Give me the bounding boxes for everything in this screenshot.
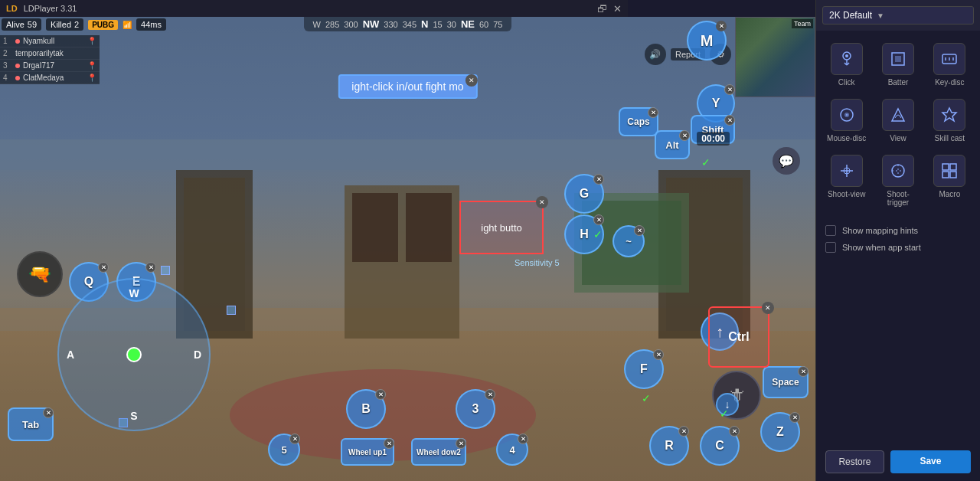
- skill-cast-tool-label: Skill cast: [935, 134, 965, 142]
- compass-300: 300: [344, 20, 358, 29]
- caps-close-icon[interactable]: ✕: [648, 107, 658, 118]
- tool-key-disc[interactable]: Key-disc: [926, 38, 974, 91]
- save-button[interactable]: Save: [890, 450, 971, 473]
- tool-skill-cast[interactable]: Skill cast: [926, 94, 974, 147]
- alt-close-icon[interactable]: ✕: [679, 130, 690, 141]
- wheel-up-close-icon[interactable]: ✕: [384, 438, 394, 449]
- player-item: 4 ClatMedaya 📍: [0, 72, 100, 84]
- alt-key-button[interactable]: Alt ✕: [655, 130, 690, 159]
- g-key-button[interactable]: G ✕: [564, 174, 604, 214]
- tool-view[interactable]: View: [874, 94, 922, 147]
- window-controls[interactable]: 🗗 ✕: [597, 3, 622, 15]
- minimap-canvas: [736, 18, 815, 97]
- c-close-icon[interactable]: ✕: [729, 426, 740, 437]
- minimap-label: Team: [792, 19, 813, 28]
- tab-key-button[interactable]: Tab ✕: [8, 407, 54, 441]
- tool-shoot-trigger[interactable]: Shoot-trigger: [874, 150, 922, 211]
- wheel-down-close-icon[interactable]: ✕: [456, 438, 466, 449]
- mouse-disc-tool-icon: [831, 99, 863, 131]
- hud-compass: W 285 300 NW 330 345 N 15 30 NE 60 75: [304, 17, 512, 31]
- c-key-button[interactable]: C ✕: [700, 426, 740, 466]
- q-close-icon[interactable]: ✕: [98, 262, 109, 273]
- f-close-icon[interactable]: ✕: [653, 349, 664, 360]
- restore-button[interactable]: Restore: [825, 450, 884, 473]
- tool-click[interactable]: Click: [822, 38, 871, 91]
- mouse-disc-tool-label: Mouse-disc: [827, 134, 866, 142]
- svg-rect-35: [950, 164, 956, 170]
- resize-handle-2[interactable]: [227, 306, 236, 315]
- click-tool-icon: [831, 43, 863, 75]
- compass-30: 30: [447, 20, 456, 29]
- wheel-down-button[interactable]: Wheel dow2 ✕: [411, 438, 466, 466]
- caps-key-button[interactable]: Caps ✕: [619, 107, 658, 136]
- show-when-app-start-row[interactable]: Show when app start: [825, 242, 971, 253]
- f-key-button[interactable]: F ✕: [624, 349, 664, 389]
- compass-w: W: [313, 20, 321, 29]
- hint-text: ight-click in/out fight mo: [351, 80, 463, 93]
- signal-strength: 📶: [122, 21, 132, 29]
- tool-shoot-view[interactable]: Shoot-view: [822, 150, 871, 211]
- compass-60: 60: [479, 20, 488, 29]
- tilde-key-button[interactable]: ~ ✕: [612, 225, 645, 257]
- ctrl-key-button[interactable]: Ctrl ✕: [708, 306, 769, 368]
- minimap[interactable]: Team: [735, 17, 815, 97]
- r-close-icon[interactable]: ✕: [678, 426, 689, 437]
- joystick-labels: W A S D: [59, 280, 209, 430]
- compass-285: 285: [325, 20, 339, 29]
- m-key-button[interactable]: M ✕: [687, 21, 727, 61]
- 5-close-icon[interactable]: ✕: [289, 434, 300, 444]
- show-when-app-start-checkbox[interactable]: [825, 242, 836, 253]
- 4-key-button[interactable]: 4 ✕: [496, 434, 528, 466]
- b-key-button[interactable]: B ✕: [346, 389, 386, 429]
- b-close-icon[interactable]: ✕: [375, 389, 386, 400]
- 3-key-button[interactable]: 3 ✕: [456, 389, 495, 429]
- show-mapping-hints-row[interactable]: Show mapping hints: [825, 225, 971, 236]
- space-close-icon[interactable]: ✕: [798, 366, 808, 377]
- key-disc-tool-icon: [933, 43, 965, 75]
- player-item: 1 Nyamkull 📍: [0, 35, 100, 47]
- show-mapping-hints-checkbox[interactable]: [825, 225, 836, 236]
- shoot-trigger-tool-icon: [882, 155, 914, 187]
- chat-icon[interactable]: 💬: [773, 147, 800, 175]
- h-close-icon[interactable]: ✕: [593, 214, 604, 225]
- 3-close-icon[interactable]: ✕: [485, 389, 495, 400]
- wheel-up-button[interactable]: Wheel up1 ✕: [341, 438, 394, 466]
- 4-close-icon[interactable]: ✕: [518, 434, 528, 444]
- e-close-icon[interactable]: ✕: [145, 262, 156, 273]
- svg-rect-8: [352, 193, 398, 262]
- svg-rect-36: [942, 172, 949, 178]
- ctrl-close-icon[interactable]: ✕: [762, 302, 774, 314]
- joystick[interactable]: W A S D: [57, 278, 211, 431]
- tilde-close-icon[interactable]: ✕: [634, 225, 645, 236]
- player-list: 1 Nyamkull 📍 2 temporarilytak 3 DrgaI717…: [0, 35, 100, 84]
- r-key-button[interactable]: R ✕: [649, 426, 689, 466]
- game-viewport[interactable]: Alive 59 Killed 2 PUBG 📶 44ms W 285 300 …: [0, 17, 815, 481]
- pubg-badge: PUBG: [88, 20, 118, 30]
- tool-mouse-disc[interactable]: Mouse-disc: [822, 94, 871, 147]
- right-btn-close-icon[interactable]: ✕: [536, 196, 548, 208]
- space-key-button[interactable]: Space ✕: [763, 366, 808, 398]
- volume-icon[interactable]: 🔊: [645, 44, 666, 65]
- alive-label: Alive: [6, 20, 24, 29]
- g-close-icon[interactable]: ✕: [593, 174, 604, 185]
- y-close-icon[interactable]: ✕: [724, 84, 735, 95]
- right-button-box[interactable]: ight butto ✕: [459, 201, 544, 254]
- right-panel: 2K Default ▼ Click Batter Key-disc: [815, 0, 980, 481]
- batter-tool-icon: [882, 43, 914, 75]
- green-check-3: ✓: [642, 392, 651, 404]
- dropdown-arrow-icon: ▼: [877, 11, 884, 20]
- tool-batter[interactable]: Batter: [874, 38, 922, 91]
- m-close-icon[interactable]: ✕: [716, 21, 727, 31]
- resize-handle-1[interactable]: [161, 266, 170, 275]
- shift-close-icon[interactable]: ✕: [724, 115, 735, 126]
- close-icon[interactable]: ✕: [613, 3, 622, 15]
- restore-icon[interactable]: 🗗: [597, 3, 607, 15]
- tab-close-icon[interactable]: ✕: [43, 407, 54, 418]
- tool-macro[interactable]: Macro: [926, 150, 974, 211]
- z-close-icon[interactable]: ✕: [789, 412, 800, 423]
- preset-dropdown[interactable]: 2K Default ▼: [822, 6, 974, 25]
- gun-icon[interactable]: 🔫: [17, 251, 63, 297]
- 5-key-button[interactable]: 5 ✕: [268, 434, 300, 466]
- z-key-button[interactable]: Z ✕: [760, 412, 800, 452]
- hint-close-icon[interactable]: ✕: [466, 74, 478, 87]
